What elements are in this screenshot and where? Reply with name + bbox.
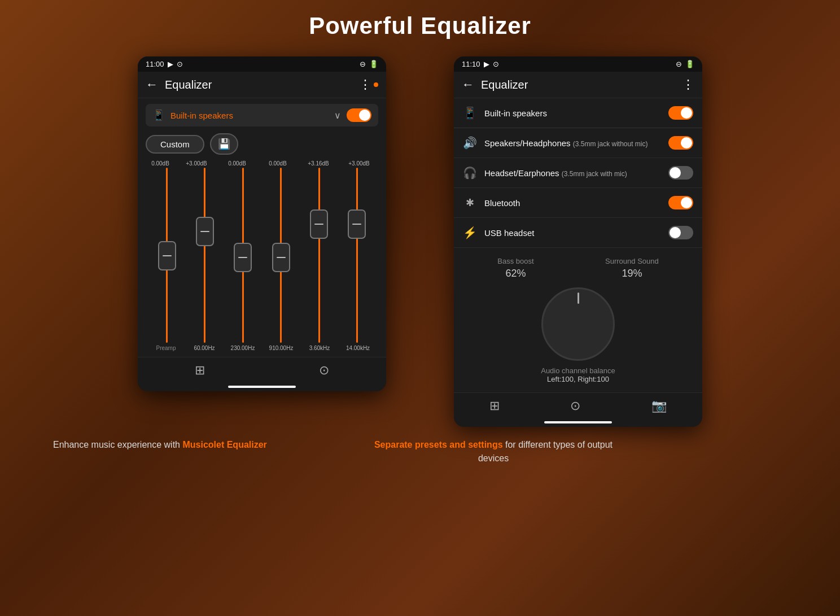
slider-60hz[interactable] xyxy=(189,168,220,343)
phones-container: 11:00 ▶ ⊙ ⊖ 🔋 ← Equalizer ⋮ 📱 Built-in s… xyxy=(138,56,702,427)
db-labels-1: 0.00dB +3.00dB 0.00dB 0.00dB +3.16dB +3.… xyxy=(146,160,378,167)
bottom-tab-settings-1[interactable]: ⊙ xyxy=(319,363,329,378)
status-left-1: 11:00 ▶ ⊙ xyxy=(146,60,183,68)
db-label-2: 0.00dB xyxy=(220,160,254,167)
speakers-toggle-knob xyxy=(681,137,692,148)
track-3khz xyxy=(304,168,335,343)
caption-left: Enhance music experience with Musicolet … xyxy=(53,438,301,465)
bass-boost-col: Bass boost 62% xyxy=(497,257,533,279)
device-toggle-1[interactable] xyxy=(347,108,371,122)
camera-tab-icon-2: 📷 xyxy=(651,399,667,413)
balance-value: Left:100, Right:100 xyxy=(547,375,609,383)
bottom-tab-camera-2[interactable]: 📷 xyxy=(651,399,667,413)
circle-tab-icon-2: ⊙ xyxy=(570,399,580,413)
device-name-1: Built-in speakers xyxy=(170,111,334,120)
slider-910hz[interactable] xyxy=(265,168,296,343)
bass-boost-value: 62% xyxy=(505,268,526,279)
device-row-bluetooth[interactable]: ✱ Bluetooth xyxy=(454,188,702,218)
device-row-speakers[interactable]: 🔊 Speakers/Headphones (3.5mm jack withou… xyxy=(454,128,702,158)
handle-line-3khz xyxy=(314,224,323,225)
handle-3khz[interactable] xyxy=(310,209,328,239)
app-bar-title-2: Equalizer xyxy=(481,78,682,91)
handle-14khz[interactable] xyxy=(348,209,366,239)
handle-preamp[interactable] xyxy=(158,241,176,270)
track-line-60hz xyxy=(204,168,205,343)
handle-line-60hz xyxy=(200,231,209,232)
more-icon-1[interactable]: ⋮ xyxy=(359,77,371,92)
bottom-tab-eq-1[interactable]: ⊞ xyxy=(195,363,205,378)
headset-toggle[interactable] xyxy=(668,166,693,180)
sliders-container-1 xyxy=(146,168,378,343)
balance-knob[interactable] xyxy=(541,287,615,361)
db-label-3: 0.00dB xyxy=(261,160,295,167)
device-selector-1[interactable]: 📱 Built-in speakers ∨ xyxy=(146,104,378,126)
page-title: Powerful Equalizer xyxy=(309,12,531,40)
bottom-tab-circle-2[interactable]: ⊙ xyxy=(570,399,580,413)
slider-230hz[interactable] xyxy=(228,168,259,343)
nav-bar-2 xyxy=(454,418,702,427)
nav-indicator-1 xyxy=(228,386,296,388)
caption-right: Separate presets and settings for differ… xyxy=(369,438,618,465)
back-button-1[interactable]: ← xyxy=(146,77,158,92)
bottom-tabs-1: ⊞ ⊙ xyxy=(138,357,386,382)
device-row-headset[interactable]: 🎧 Headset/Earphones (3.5mm jack with mic… xyxy=(454,158,702,188)
builtin-icon: 📱 xyxy=(463,106,476,120)
caption-highlight-right: Separate presets and settings xyxy=(374,440,503,449)
device-row-usb[interactable]: ⚡ USB headset xyxy=(454,218,702,248)
slider-preamp[interactable] xyxy=(151,168,182,343)
bottom-tabs-2: ⊞ ⊙ 📷 xyxy=(454,392,702,418)
battery-icon-2: 🔋 xyxy=(685,60,694,68)
save-button-1[interactable]: 💾 xyxy=(210,133,238,155)
custom-preset-button[interactable]: Custom xyxy=(146,135,204,154)
track-line-3khz xyxy=(318,168,320,343)
track-line-14khz xyxy=(356,168,358,343)
minus-icon-2: ⊖ xyxy=(676,60,682,68)
back-button-2[interactable]: ← xyxy=(462,77,474,92)
battery-icon-1: 🔋 xyxy=(369,60,378,68)
handle-line-preamp xyxy=(163,255,172,256)
usb-icon: ⚡ xyxy=(463,226,476,239)
bluetooth-toggle[interactable] xyxy=(668,196,693,209)
slider-14khz[interactable] xyxy=(342,168,373,343)
speakers-toggle[interactable] xyxy=(668,136,693,150)
db-label-4: +3.16dB xyxy=(301,160,335,167)
freq-labels-1: Preamp 60.00Hz 230.00Hz 910.00Hz 3.60kHz… xyxy=(146,343,378,351)
status-right-1: ⊖ 🔋 xyxy=(360,60,378,68)
status-bar-1: 11:00 ▶ ⊙ ⊖ 🔋 xyxy=(138,56,386,72)
surround-col: Surround Sound 19% xyxy=(605,257,659,279)
status-bar-2: 11:10 ▶ ⊙ ⊖ 🔋 xyxy=(454,56,702,72)
device-icon-1: 📱 xyxy=(152,109,165,121)
status-left-2: 11:10 ▶ ⊙ xyxy=(462,60,499,68)
status-right-2: ⊖ 🔋 xyxy=(676,60,694,68)
more-icon-2[interactable]: ⋮ xyxy=(682,77,694,92)
caption-text-left-1: Enhance music experience with xyxy=(53,440,182,449)
phone-2: 11:10 ▶ ⊙ ⊖ 🔋 ← Equalizer ⋮ 📱 Built-in s… xyxy=(454,56,702,427)
caption-text-right: Separate presets and settings for differ… xyxy=(369,438,618,465)
freq-60hz: 60.00Hz xyxy=(185,345,224,351)
speakers-icon: 🔊 xyxy=(463,136,476,150)
builtin-toggle[interactable] xyxy=(668,106,693,120)
slider-3khz[interactable] xyxy=(304,168,335,343)
freq-230hz: 230.00Hz xyxy=(224,345,262,351)
bluetooth-toggle-knob xyxy=(681,197,692,208)
bottom-tab-eq-2[interactable]: ⊞ xyxy=(489,399,500,413)
handle-910hz[interactable] xyxy=(272,243,290,272)
time-1: 11:00 xyxy=(146,60,164,68)
app-bar-1: ← Equalizer ⋮ xyxy=(138,72,386,98)
track-preamp xyxy=(151,168,182,343)
eq-tab-icon-1: ⊞ xyxy=(195,363,205,378)
toggle-knob-1 xyxy=(359,110,370,121)
track-230hz xyxy=(228,168,259,343)
nav-indicator-2 xyxy=(544,421,612,423)
app-bar-2: ← Equalizer ⋮ xyxy=(454,72,702,98)
app-bar-title-1: Equalizer xyxy=(165,78,359,91)
device-row-builtin[interactable]: 📱 Built-in speakers xyxy=(454,98,702,128)
preset-row-1: Custom 💾 xyxy=(146,133,378,155)
usb-toggle[interactable] xyxy=(668,226,693,239)
settings-tab-icon-1: ⊙ xyxy=(319,363,329,378)
handle-60hz[interactable] xyxy=(196,217,214,246)
handle-230hz[interactable] xyxy=(234,243,252,272)
play-icon-1: ▶ xyxy=(168,60,173,68)
surround-value: 19% xyxy=(622,268,642,279)
headset-name: Headset/Earphones (3.5mm jack with mic) xyxy=(484,168,668,178)
